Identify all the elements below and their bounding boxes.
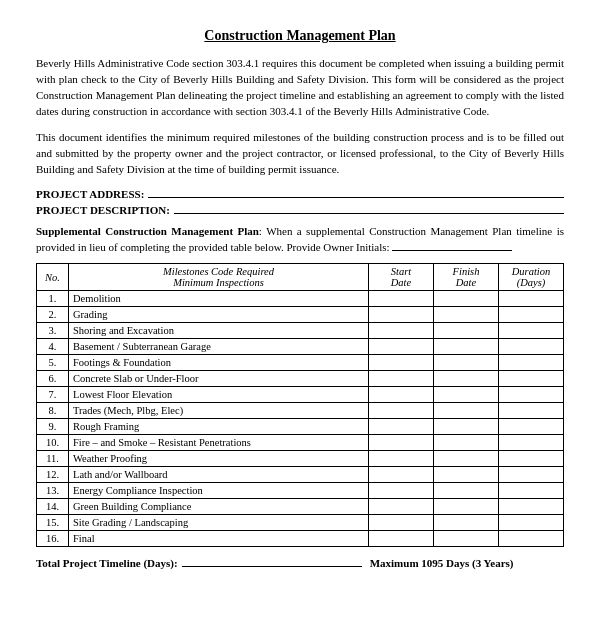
row-milestone-name: Shoring and Excavation (69, 323, 369, 339)
table-row: 1. Demolition (37, 291, 564, 307)
row-milestone-name: Final (69, 531, 369, 547)
row-duration (499, 483, 564, 499)
row-number: 3. (37, 323, 69, 339)
project-description-field: PROJECT DESCRIPTION: (36, 204, 564, 216)
row-finish-date (434, 371, 499, 387)
row-duration (499, 291, 564, 307)
table-row: 13. Energy Compliance Inspection (37, 483, 564, 499)
table-row: 15. Site Grading / Landscaping (37, 515, 564, 531)
row-finish-date (434, 515, 499, 531)
col-header-milestones: Milestones Code Required Minimum Inspect… (69, 264, 369, 291)
row-number: 13. (37, 483, 69, 499)
row-duration (499, 323, 564, 339)
row-number: 1. (37, 291, 69, 307)
row-start-date (369, 467, 434, 483)
row-milestone-name: Lath and/or Wallboard (69, 467, 369, 483)
row-milestone-name: Lowest Floor Elevation (69, 387, 369, 403)
row-duration (499, 339, 564, 355)
row-number: 8. (37, 403, 69, 419)
table-row: 7. Lowest Floor Elevation (37, 387, 564, 403)
row-milestone-name: Demolition (69, 291, 369, 307)
row-milestone-name: Energy Compliance Inspection (69, 483, 369, 499)
row-start-date (369, 371, 434, 387)
row-start-date (369, 419, 434, 435)
row-duration (499, 435, 564, 451)
row-duration (499, 515, 564, 531)
row-start-date (369, 435, 434, 451)
table-row: 11. Weather Proofing (37, 451, 564, 467)
row-start-date (369, 355, 434, 371)
row-number: 7. (37, 387, 69, 403)
row-finish-date (434, 355, 499, 371)
row-finish-date (434, 339, 499, 355)
table-row: 14. Green Building Compliance (37, 499, 564, 515)
supplemental-section: Supplemental Construction Management Pla… (36, 224, 564, 256)
row-duration (499, 419, 564, 435)
table-row: 3. Shoring and Excavation (37, 323, 564, 339)
row-finish-date (434, 387, 499, 403)
project-address-label: PROJECT ADDRESS: (36, 188, 144, 200)
table-row: 6. Concrete Slab or Under-Floor (37, 371, 564, 387)
intro-paragraph-2: This document identifies the minimum req… (36, 130, 564, 178)
row-number: 9. (37, 419, 69, 435)
project-description-label: PROJECT DESCRIPTION: (36, 204, 170, 216)
row-start-date (369, 483, 434, 499)
milestones-table: No. Milestones Code Required Minimum Ins… (36, 263, 564, 547)
row-milestone-name: Footings & Foundation (69, 355, 369, 371)
row-finish-date (434, 435, 499, 451)
row-milestone-name: Basement / Subterranean Garage (69, 339, 369, 355)
supplemental-bold-label: Supplemental Construction Management Pla… (36, 225, 259, 237)
row-start-date (369, 307, 434, 323)
row-milestone-name: Grading (69, 307, 369, 323)
table-row: 5. Footings & Foundation (37, 355, 564, 371)
row-duration (499, 355, 564, 371)
col-header-finish: Finish Date (434, 264, 499, 291)
row-start-date (369, 499, 434, 515)
row-finish-date (434, 403, 499, 419)
col-header-start: Start Date (369, 264, 434, 291)
row-number: 10. (37, 435, 69, 451)
row-start-date (369, 339, 434, 355)
table-row: 10. Fire – and Smoke – Resistant Penetra… (37, 435, 564, 451)
row-finish-date (434, 499, 499, 515)
row-finish-date (434, 483, 499, 499)
row-start-date (369, 403, 434, 419)
row-finish-date (434, 467, 499, 483)
row-number: 6. (37, 371, 69, 387)
table-row: 16. Final (37, 531, 564, 547)
row-number: 2. (37, 307, 69, 323)
row-start-date (369, 291, 434, 307)
row-finish-date (434, 323, 499, 339)
row-milestone-name: Fire – and Smoke – Resistant Penetration… (69, 435, 369, 451)
row-duration (499, 371, 564, 387)
project-address-field: PROJECT ADDRESS: (36, 188, 564, 200)
row-start-date (369, 387, 434, 403)
row-duration (499, 531, 564, 547)
row-duration (499, 307, 564, 323)
row-finish-date (434, 451, 499, 467)
row-duration (499, 499, 564, 515)
table-row: 4. Basement / Subterranean Garage (37, 339, 564, 355)
row-number: 14. (37, 499, 69, 515)
intro-paragraph-1: Beverly Hills Administrative Code sectio… (36, 56, 564, 120)
row-duration (499, 403, 564, 419)
row-start-date (369, 451, 434, 467)
table-row: 9. Rough Framing (37, 419, 564, 435)
table-row: 2. Grading (37, 307, 564, 323)
row-duration (499, 467, 564, 483)
owner-initials-underline (392, 250, 512, 251)
row-number: 4. (37, 339, 69, 355)
row-milestone-name: Green Building Compliance (69, 499, 369, 515)
page-title: Construction Management Plan (36, 28, 564, 44)
total-max-text: Maximum 1095 Days (3 Years) (370, 557, 514, 569)
table-row: 8. Trades (Mech, Plbg, Elec) (37, 403, 564, 419)
total-label: Total Project Timeline (Days): (36, 557, 178, 569)
col-header-no: No. (37, 264, 69, 291)
project-address-underline (148, 197, 564, 198)
table-row: 12. Lath and/or Wallboard (37, 467, 564, 483)
row-finish-date (434, 531, 499, 547)
row-start-date (369, 515, 434, 531)
row-start-date (369, 323, 434, 339)
row-number: 15. (37, 515, 69, 531)
row-duration (499, 451, 564, 467)
